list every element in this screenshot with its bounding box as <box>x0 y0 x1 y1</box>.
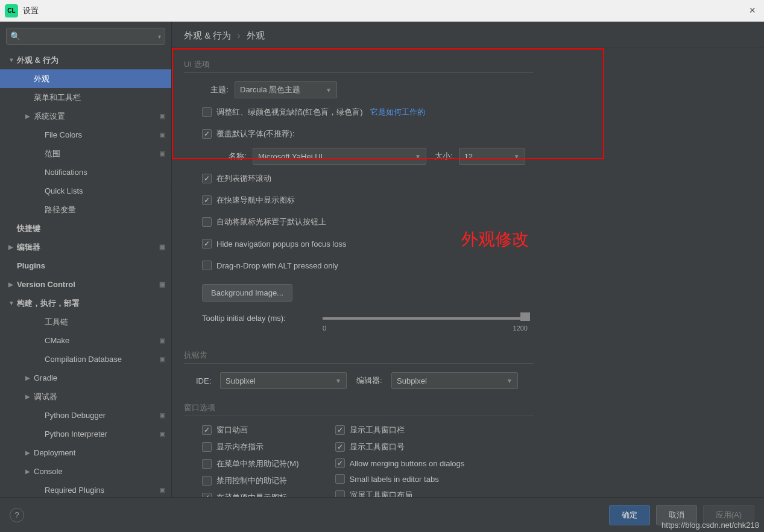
settings-tree[interactable]: ▼外观 & 行为外观菜单和工具栏▶系统设置▣File Colors▣范围▣Not… <box>0 51 171 497</box>
sidebar-item-label: Console <box>34 467 171 476</box>
override-font-checkbox[interactable]: 覆盖默认字体(不推荐): <box>202 128 294 139</box>
show-tool-num-checkbox[interactable]: 显示工具窗口号 <box>335 442 465 452</box>
chevron-down-icon: ▼ <box>335 378 341 384</box>
how-it-works-link[interactable]: 它是如何工作的 <box>370 107 425 118</box>
disable-ctrl-mnem-checkbox[interactable]: 禁用控制中的助记符 <box>202 475 299 486</box>
hide-nav-popups-checkbox[interactable]: Hide navigation popups on focus loss <box>202 239 346 249</box>
config-icon: ▣ <box>159 243 165 251</box>
small-labels-checkbox[interactable]: Small labels in editor tabs <box>335 474 465 484</box>
config-icon: ▣ <box>159 486 165 494</box>
sidebar-item-label: 调试器 <box>34 391 171 402</box>
sidebar-item[interactable]: 菜单和工具栏 <box>0 88 171 107</box>
sidebar-item[interactable]: ▶系统设置▣ <box>0 107 171 125</box>
widescreen-checkbox[interactable]: 宽屏工具窗口布局 <box>335 490 465 497</box>
cyclic-scroll-checkbox[interactable]: 在列表循环滚动 <box>202 173 271 184</box>
config-icon: ▣ <box>159 112 165 120</box>
sidebar-item-label: 菜单和工具栏 <box>34 92 171 103</box>
tree-arrow-icon: ▶ <box>25 393 34 400</box>
config-icon: ▣ <box>159 430 165 438</box>
sidebar-item-label: 构建，执行，部署 <box>17 298 171 309</box>
font-name-dropdown[interactable]: Microsoft YaHei UI ▼ <box>253 148 426 165</box>
show-nav-icons-checkbox[interactable]: 在快速导航中显示图标 <box>202 195 295 206</box>
help-button[interactable]: ? <box>10 508 24 522</box>
sidebar-item[interactable]: 外观 <box>0 69 171 88</box>
sidebar-item[interactable]: ▶Gradle <box>0 369 171 387</box>
sidebar-item[interactable]: ▶Console <box>0 462 171 481</box>
sidebar-item-label: Compilation Database <box>45 355 159 364</box>
editor-aa-dropdown[interactable]: Subpixel ▼ <box>391 372 518 389</box>
tree-arrow-icon: ▶ <box>25 113 34 119</box>
sidebar-item[interactable]: Notifications <box>0 163 171 182</box>
sidebar-item[interactable]: CMake▣ <box>0 331 171 350</box>
sidebar-item[interactable]: Python Interpreter▣ <box>0 425 171 443</box>
sidebar-item[interactable]: Quick Lists <box>0 182 171 200</box>
sidebar-item-label: Version Control <box>17 280 159 289</box>
tree-arrow-icon: ▼ <box>8 300 17 306</box>
sidebar-item[interactable]: 快捷键 <box>0 219 171 238</box>
section-window-options: 窗口选项 <box>184 402 534 416</box>
drag-alt-checkbox[interactable]: Drag-n-Drop with ALT pressed only <box>202 261 338 270</box>
sidebar-item[interactable]: ▼外观 & 行为 <box>0 51 171 69</box>
chevron-down-icon: ▼ <box>507 378 513 384</box>
background-image-button[interactable]: Background Image... <box>202 284 292 302</box>
config-icon: ▣ <box>159 131 165 139</box>
app-icon: CL <box>5 4 18 17</box>
dialog-footer: ? 确定 取消 应用(A) <box>0 497 764 532</box>
apply-button[interactable]: 应用(A) <box>703 505 754 525</box>
ok-button[interactable]: 确定 <box>609 505 650 525</box>
sidebar-item[interactable]: 路径变量 <box>0 200 171 219</box>
breadcrumb: 外观 & 行为 › 外观 <box>172 22 764 48</box>
font-size-dropdown[interactable]: 12 ▼ <box>459 148 525 165</box>
config-icon: ▣ <box>159 411 165 419</box>
sidebar-item-label: Plugins <box>17 261 171 270</box>
sidebar-item[interactable]: ▶调试器 <box>0 387 171 406</box>
search-icon: 🔍 <box>10 31 21 41</box>
editor-aa-label: 编辑器: <box>356 375 391 386</box>
disable-mnemonics-checkbox[interactable]: 在菜单中禁用助记符(M) <box>202 458 299 469</box>
chevron-right-icon: › <box>238 30 241 40</box>
sidebar-item-label: 编辑器 <box>17 242 159 253</box>
sidebar-item[interactable]: ▼构建，执行，部署 <box>0 294 171 312</box>
theme-label: 主题: <box>198 84 229 95</box>
adjust-colors-checkbox[interactable]: 调整红、绿颜色视觉缺陷(红色盲，绿色盲) <box>202 107 363 118</box>
sidebar-item-label: File Colors <box>45 130 159 139</box>
close-icon[interactable]: × <box>745 4 759 17</box>
show-menu-icons-checkbox[interactable]: 在菜单项中显示图标 <box>202 492 299 497</box>
theme-dropdown[interactable]: Darcula 黑色主题 ▼ <box>235 81 337 98</box>
window-animate-checkbox[interactable]: 窗口动画 <box>202 425 299 435</box>
sidebar-item[interactable]: File Colors▣ <box>0 125 171 144</box>
sidebar-item-label: 外观 & 行为 <box>17 55 171 66</box>
window-title: 设置 <box>23 5 39 16</box>
sidebar-item-label: 工具链 <box>45 317 171 328</box>
slider-handle[interactable] <box>520 312 530 321</box>
auto-cursor-checkbox[interactable]: 自动将鼠标光标置于默认按钮上 <box>202 217 326 227</box>
ide-aa-dropdown[interactable]: Subpixel ▼ <box>220 372 347 389</box>
sidebar-item[interactable]: ▶编辑器▣ <box>0 238 171 256</box>
titlebar: CL 设置 × <box>0 0 764 22</box>
sidebar-item-label: 路径变量 <box>45 204 171 215</box>
show-toolbar-checkbox[interactable]: 显示工具窗口栏 <box>335 425 465 435</box>
sidebar-item[interactable]: Python Debugger▣ <box>0 406 171 425</box>
sidebar-item[interactable]: 范围▣ <box>0 144 171 163</box>
section-ui-options: UI 选项 <box>184 59 534 73</box>
sidebar-item[interactable]: Plugins <box>0 256 171 275</box>
cancel-button[interactable]: 取消 <box>656 505 697 525</box>
search-input[interactable]: 🔍 ▾ <box>6 28 165 45</box>
show-memory-checkbox[interactable]: 显示内存指示 <box>202 442 299 452</box>
tree-arrow-icon: ▶ <box>8 281 17 288</box>
sidebar-item[interactable]: ▶Deployment <box>0 443 171 462</box>
font-name-label: 名称: <box>216 151 247 162</box>
sidebar-item[interactable]: ▶Version Control▣ <box>0 275 171 294</box>
chevron-down-icon: ▼ <box>514 153 520 160</box>
sidebar-item-label: 系统设置 <box>34 111 159 122</box>
sidebar-item-label: Quick Lists <box>45 186 171 195</box>
sidebar-item-label: Gradle <box>34 373 171 382</box>
sidebar-item[interactable]: 工具链 <box>0 312 171 331</box>
sidebar-item-label: Notifications <box>45 168 171 177</box>
config-icon: ▣ <box>159 150 165 157</box>
sidebar-item[interactable]: Required Plugins▣ <box>0 481 171 497</box>
tooltip-delay-slider[interactable]: 0 1200 <box>323 314 528 332</box>
sidebar-item[interactable]: Compilation Database▣ <box>0 350 171 369</box>
sidebar-item-label: Deployment <box>34 448 171 457</box>
allow-merge-checkbox[interactable]: Allow merging buttons on dialogs <box>335 458 465 468</box>
